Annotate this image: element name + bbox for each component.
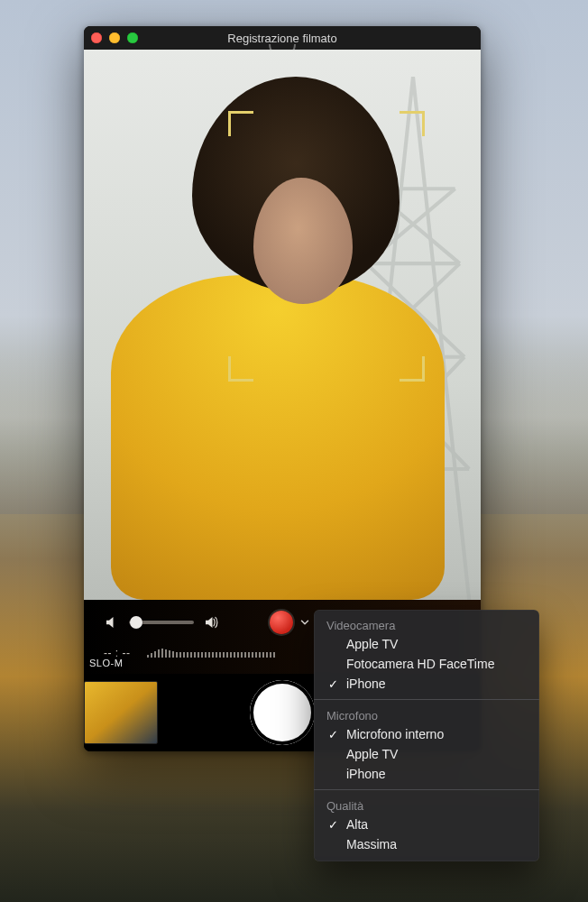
menu-item-mic-iphone[interactable]: iPhone	[314, 764, 539, 784]
menu-item-label: Alta	[346, 817, 368, 832]
window-controls	[91, 32, 138, 43]
menu-item-mic-appletv[interactable]: Apple TV	[314, 744, 539, 764]
menu-item-quality-max[interactable]: Massima	[314, 834, 539, 854]
focus-bracket-icon	[228, 111, 253, 136]
menu-item-mic-internal[interactable]: ✓ Microfono interno	[314, 724, 539, 744]
volume-slider-thumb[interactable]	[130, 616, 142, 629]
menu-item-label: Microfono interno	[346, 727, 444, 741]
record-button[interactable]	[270, 611, 293, 634]
volume-control	[104, 614, 219, 630]
menu-item-label: Apple TV	[346, 637, 398, 651]
close-button[interactable]	[91, 32, 102, 43]
camera-preview	[84, 50, 481, 600]
menu-item-camera-iphone[interactable]: ✓ iPhone	[314, 674, 539, 694]
focus-bracket-icon	[228, 356, 253, 382]
minimize-button[interactable]	[109, 32, 120, 43]
speaker-low-icon	[104, 614, 120, 630]
capture-mode-badge: SLO-M	[84, 656, 128, 670]
titlebar: Registrazione filmato	[84, 26, 481, 50]
menu-item-label: Massima	[346, 837, 397, 851]
record-options-chevron-icon[interactable]	[299, 616, 311, 629]
record-options-menu: Videocamera Apple TV Fotocamera HD FaceT…	[314, 610, 539, 861]
menu-item-camera-appletv[interactable]: Apple TV	[314, 634, 539, 654]
menu-heading-quality: Qualità	[314, 796, 539, 815]
focus-bracket-icon	[400, 111, 425, 136]
menu-heading-camera: Videocamera	[314, 615, 539, 634]
subject-jacket	[111, 275, 445, 600]
audio-level-meter	[147, 649, 275, 658]
menu-item-label: Apple TV	[346, 747, 398, 761]
menu-item-camera-facetime[interactable]: Fotocamera HD FaceTime	[314, 654, 539, 674]
focus-bracket-icon	[400, 356, 425, 382]
menu-item-label: iPhone	[346, 676, 386, 691]
device-thumbnail[interactable]	[84, 681, 158, 744]
device-shutter-button[interactable]	[250, 680, 315, 745]
menu-heading-microphone: Microfono	[314, 705, 539, 724]
speaker-high-icon	[203, 614, 219, 630]
menu-item-label: iPhone	[346, 767, 386, 781]
volume-slider[interactable]	[129, 621, 194, 624]
menu-item-quality-high[interactable]: ✓ Alta	[314, 815, 539, 834]
menu-item-label: Fotocamera HD FaceTime	[346, 657, 494, 671]
zoom-button[interactable]	[127, 32, 138, 43]
